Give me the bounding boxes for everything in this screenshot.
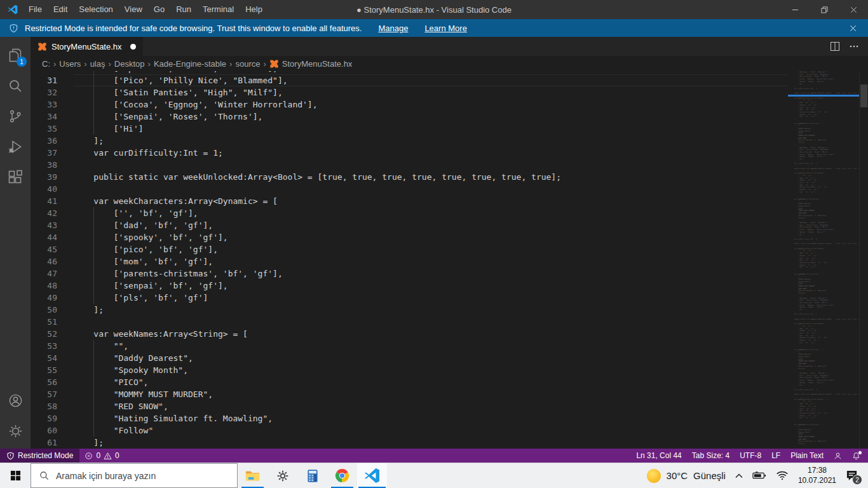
line-number[interactable]: 59 xyxy=(31,412,74,424)
clock[interactable]: 17:38 10.07.2021 xyxy=(798,466,836,485)
line-number[interactable]: 44 xyxy=(31,231,74,243)
line-number[interactable]: 37 xyxy=(31,147,74,159)
activity-manage-icon[interactable] xyxy=(0,416,31,446)
line-number[interactable]: 60 xyxy=(31,424,74,437)
breadcrumb-item[interactable]: StoryMenuState.hx xyxy=(268,59,355,69)
menu-run[interactable]: Run xyxy=(170,0,197,19)
line-number[interactable]: 47 xyxy=(31,268,74,280)
status-language-mode[interactable]: Plain Text xyxy=(785,449,829,463)
activity-explorer-icon[interactable]: 1 xyxy=(0,40,31,71)
taskbar-vscode-icon[interactable] xyxy=(357,463,387,488)
wifi-icon[interactable] xyxy=(776,471,789,480)
status-cursor-position[interactable]: Ln 31, Col 44 xyxy=(631,449,686,463)
battery-icon[interactable] xyxy=(752,471,766,480)
breadcrumb-item[interactable]: C: xyxy=(40,59,52,69)
line-number[interactable]: 45 xyxy=(31,243,74,255)
line-number[interactable]: 48 xyxy=(31,280,74,292)
line-number[interactable]: 52 xyxy=(31,328,74,340)
code-line: 53 "", xyxy=(31,340,788,352)
line-number[interactable]: 50 xyxy=(31,304,74,316)
tray-time: 17:38 xyxy=(798,466,836,476)
status-eol[interactable]: LF xyxy=(766,449,785,463)
haxe-file-icon xyxy=(37,42,47,51)
line-number[interactable]: 55 xyxy=(31,364,74,376)
line-number[interactable]: 34 xyxy=(31,111,74,123)
line-number[interactable]: 58 xyxy=(31,400,74,412)
split-editor-icon[interactable] xyxy=(830,41,840,51)
line-number[interactable]: 41 xyxy=(31,195,74,207)
activity-run-and-debug-icon[interactable] xyxy=(0,132,31,162)
code-editor[interactable]: 30 ['Spookeez', 'South', "Monster"],31 [… xyxy=(31,71,868,449)
breadcrumb-item[interactable]: Desktop xyxy=(112,59,147,69)
start-button[interactable] xyxy=(0,463,31,488)
minimap[interactable]: ['Spookeez', 'South', "Monster"], ['Pico… xyxy=(788,71,859,449)
learn-more-link[interactable]: Learn More xyxy=(424,24,466,33)
problems-status[interactable]: 0 0 xyxy=(79,449,124,463)
notifications-bell-icon[interactable] xyxy=(847,449,865,463)
weather-widget[interactable]: 30°C Güneşli xyxy=(647,469,726,483)
breadcrumb-item[interactable]: Users xyxy=(57,59,83,69)
activity-extensions-icon[interactable] xyxy=(0,162,31,193)
line-number[interactable]: 38 xyxy=(31,159,74,171)
vertical-scrollbar[interactable] xyxy=(859,71,868,449)
line-number[interactable]: 56 xyxy=(31,376,74,388)
breadcrumb-item[interactable]: ulaş xyxy=(88,59,107,69)
unsaved-changes-dot[interactable] xyxy=(130,44,136,50)
code-text xyxy=(74,159,788,171)
line-number[interactable]: 43 xyxy=(31,219,74,231)
code-line: 55 "Spooky Month", xyxy=(31,364,788,376)
taskbar-file-explorer-icon[interactable] xyxy=(238,463,268,488)
manage-link[interactable]: Manage xyxy=(378,24,408,33)
activity-search-icon[interactable] xyxy=(0,71,31,101)
code-line: 50 ]; xyxy=(31,304,788,316)
scrollbar-thumb[interactable] xyxy=(860,85,867,107)
restore-button[interactable] xyxy=(810,0,839,19)
line-number[interactable]: 31 xyxy=(31,74,74,86)
line-number[interactable]: 39 xyxy=(31,171,74,183)
line-number[interactable]: 42 xyxy=(31,207,74,219)
line-number[interactable]: 53 xyxy=(31,340,74,352)
line-number[interactable]: 40 xyxy=(31,183,74,195)
code-line: 61 ]; xyxy=(31,437,788,449)
menu-go[interactable]: Go xyxy=(148,0,170,19)
menu-terminal[interactable]: Terminal xyxy=(197,0,240,19)
breadcrumb-item[interactable]: Kade-Engine-stable xyxy=(152,59,228,69)
breadcrumb-item[interactable]: source xyxy=(233,59,262,69)
activity-source-control-icon[interactable] xyxy=(0,101,31,132)
menu-edit[interactable]: Edit xyxy=(48,0,73,19)
minimize-button[interactable] xyxy=(780,0,810,19)
code-text: ['senpai', 'bf', 'gf'], xyxy=(74,280,788,292)
activity-accounts-icon[interactable] xyxy=(0,385,31,416)
code-text: ['dad', 'bf', 'gf'], xyxy=(74,219,788,231)
hidden-icons-chevron[interactable] xyxy=(735,473,743,478)
line-number[interactable]: 51 xyxy=(31,316,74,328)
restricted-mode-status[interactable]: Restricted Mode xyxy=(0,449,79,463)
taskbar-settings-icon[interactable] xyxy=(268,463,297,488)
menu-selection[interactable]: Selection xyxy=(73,0,118,19)
taskbar-calculator-icon[interactable] xyxy=(297,463,327,488)
line-number[interactable]: 46 xyxy=(31,255,74,268)
menu-file[interactable]: File xyxy=(23,0,48,19)
window-controls xyxy=(780,0,868,19)
more-actions-icon[interactable] xyxy=(849,41,859,51)
close-button[interactable] xyxy=(839,0,868,19)
line-number[interactable]: 54 xyxy=(31,352,74,364)
line-number[interactable]: 61 xyxy=(31,437,74,449)
banner-close-icon[interactable] xyxy=(847,22,859,34)
menu-view[interactable]: View xyxy=(119,0,148,19)
line-number[interactable]: 49 xyxy=(31,292,74,304)
status-indentation[interactable]: Tab Size: 4 xyxy=(687,449,735,463)
status-encoding[interactable]: UTF-8 xyxy=(735,449,766,463)
taskbar-chrome-icon[interactable] xyxy=(327,463,357,488)
line-number[interactable]: 36 xyxy=(31,135,74,147)
tab-storymenustate[interactable]: StoryMenuState.hx xyxy=(31,37,143,56)
taskbar-search-box[interactable]: Aramak için buraya yazın xyxy=(31,463,238,488)
code-line: 49 ['pls', 'bf', 'gf'] xyxy=(31,292,788,304)
line-number[interactable]: 35 xyxy=(31,123,74,135)
line-number[interactable]: 57 xyxy=(31,388,74,400)
line-number[interactable]: 32 xyxy=(31,86,74,98)
menu-help[interactable]: Help xyxy=(240,0,268,19)
feedback-icon[interactable] xyxy=(829,449,847,463)
line-number[interactable]: 33 xyxy=(31,98,74,111)
action-center-button[interactable]: 2 xyxy=(846,470,858,482)
